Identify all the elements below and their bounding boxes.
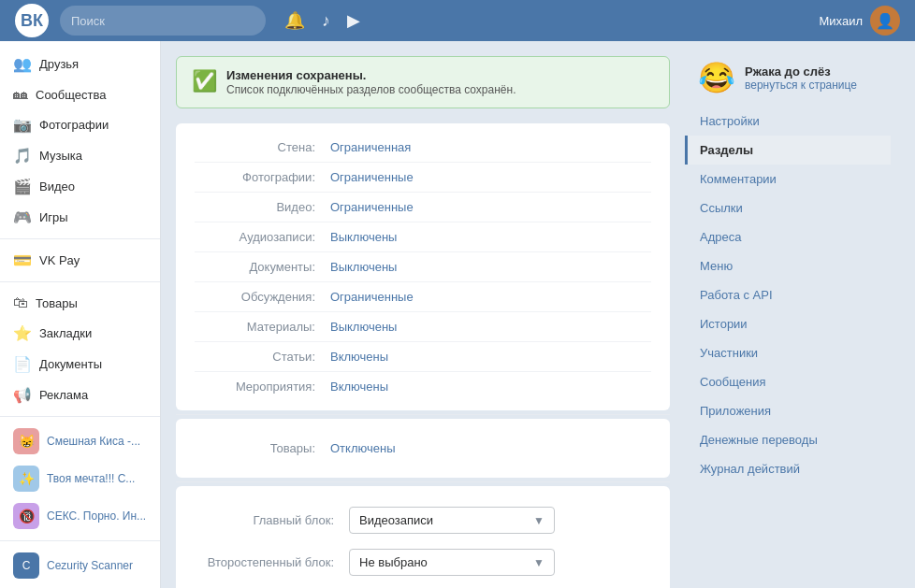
sidebar-label-documents: Документы: [39, 357, 102, 371]
right-nav-address[interactable]: Адреса: [685, 222, 891, 251]
setting-row-audio: Аудиозаписи: Выключены: [195, 222, 651, 252]
setting-value-articles[interactable]: Включены: [330, 350, 388, 364]
setting-row-materials: Материалы: Выключены: [195, 312, 651, 342]
sidebar-item-games[interactable]: 🎮 Игры: [0, 202, 160, 233]
communities-icon: 🏘: [13, 86, 28, 103]
username: Михаил: [819, 14, 863, 28]
sidebar-label-tvoya: Твоя мечта!!! С...: [47, 472, 135, 485]
dropdowns-section: Главный блок: Видеозаписи ▼ Второстепенн…: [176, 486, 670, 588]
sidebar-item-smeshnaya[interactable]: 😸 Смешная Киса -...: [0, 423, 160, 460]
setting-label-materials: Материалы:: [195, 320, 330, 334]
right-nav-api[interactable]: Работа с API: [685, 280, 891, 309]
sidebar-label-seks: СЕКС. Порно. Ин...: [47, 509, 146, 523]
search-bar[interactable]: [60, 6, 266, 36]
photos-icon: 📷: [13, 116, 32, 134]
setting-value-photos[interactable]: Ограниченные: [330, 170, 414, 184]
right-nav-sections[interactable]: Разделы: [685, 136, 891, 165]
setting-row-docs: Документы: Выключены: [195, 252, 651, 282]
success-subtitle: Список подключённых разделов сообщества …: [226, 83, 516, 96]
avatar: 👤: [870, 6, 900, 36]
main-block-select[interactable]: Видеозаписи ▼: [349, 507, 555, 534]
settings-table: Стена: Ограниченная Фотографии: Ограниче…: [176, 123, 670, 410]
divider-1: [176, 414, 670, 415]
dropdown-row-secondary: Второстепенный блок: Не выбрано ▼: [195, 541, 651, 583]
vk-logo[interactable]: ВК: [15, 4, 49, 37]
left-sidebar: 👥 Друзья 🏘 Сообщества 📷 Фотографии 🎵 Муз…: [0, 41, 161, 588]
setting-value-audio[interactable]: Выключены: [330, 230, 397, 244]
setting-value-wall[interactable]: Ограниченная: [330, 140, 411, 154]
right-nav-transfers[interactable]: Денежные переводы: [685, 425, 891, 454]
cezurity-icon: C: [13, 552, 39, 579]
video-icon[interactable]: ▶: [347, 10, 360, 31]
sidebar-sep-4: [0, 540, 160, 541]
success-icon: ✅: [192, 69, 217, 93]
main-block-value: Видеозаписи: [359, 513, 433, 527]
setting-row-articles: Статьи: Включены: [195, 342, 651, 372]
sidebar-item-video[interactable]: 🎬 Видео: [0, 171, 160, 202]
right-nav-journal[interactable]: Журнал действий: [685, 454, 891, 483]
search-input[interactable]: [71, 14, 230, 28]
sidebar-item-cezurity[interactable]: C Cezurity Scanner: [0, 547, 160, 584]
sidebar-item-photos[interactable]: 📷 Фотографии: [0, 109, 160, 140]
sidebar-item-ads[interactable]: 📢 Реклама: [0, 380, 160, 410]
sidebar-sep-1: [0, 238, 160, 239]
sidebar-item-vkpay[interactable]: 💳 VK Pay: [0, 245, 160, 276]
secondary-block-value: Не выбрано: [359, 555, 428, 569]
community-name: Ржака до слёз: [745, 65, 857, 79]
right-nav-apps[interactable]: Приложения: [685, 396, 891, 425]
sidebar-item-testgame[interactable]: T Test game: [0, 584, 160, 588]
community-back-link[interactable]: вернуться к странице: [745, 79, 857, 92]
sidebar-item-communities[interactable]: 🏘 Сообщества: [0, 79, 160, 109]
sidebar-label-friends: Друзья: [39, 57, 79, 71]
sidebar-item-seks[interactable]: 🔞 СЕКС. Порно. Ин...: [0, 497, 160, 535]
dropdown-row-main: Главный блок: Видеозаписи ▼: [195, 499, 651, 541]
setting-label-photos: Фотографии:: [195, 170, 330, 184]
vkpay-icon: 💳: [13, 251, 32, 269]
right-nav-participants[interactable]: Участники: [685, 338, 891, 367]
goods-value[interactable]: Отключены: [330, 441, 395, 455]
sidebar-item-friends[interactable]: 👥 Друзья: [0, 49, 160, 79]
success-text: Изменения сохранены. Список подключённых…: [226, 68, 516, 96]
seks-icon: 🔞: [13, 503, 39, 529]
tvoya-icon: ✨: [13, 466, 39, 492]
success-title: Изменения сохранены.: [226, 68, 516, 82]
sidebar-item-goods[interactable]: 🛍 Товары: [0, 288, 160, 318]
right-nav-links[interactable]: Ссылки: [685, 194, 891, 222]
sidebar-label-vkpay: VK Pay: [39, 253, 80, 267]
sidebar-label-cezurity: Cezurity Scanner: [47, 559, 133, 572]
setting-value-video[interactable]: Ограниченные: [330, 200, 414, 214]
sidebar-item-music[interactable]: 🎵 Музыка: [0, 140, 160, 171]
setting-value-events[interactable]: Включены: [330, 380, 388, 394]
goods-section: Товары: Отключены: [176, 419, 670, 478]
right-nav-stories[interactable]: Истории: [685, 309, 891, 338]
setting-value-discussions[interactable]: Ограниченные: [330, 290, 414, 304]
right-nav-menu[interactable]: Меню: [685, 251, 891, 280]
setting-label-discussions: Обсуждения:: [195, 290, 330, 304]
right-nav-comments[interactable]: Комментарии: [685, 165, 891, 194]
sidebar-item-bookmarks[interactable]: ⭐ Закладки: [0, 318, 160, 349]
main-block-label: Главный блок:: [195, 513, 349, 527]
success-banner: ✅ Изменения сохранены. Список подключённ…: [176, 56, 670, 108]
goods-icon: 🛍: [13, 294, 28, 311]
setting-value-materials[interactable]: Выключены: [330, 320, 397, 334]
secondary-block-label: Второстепенный блок:: [195, 555, 349, 569]
secondary-block-select[interactable]: Не выбрано ▼: [349, 549, 555, 576]
sidebar-label-communities: Сообщества: [36, 88, 107, 102]
friends-icon: 👥: [13, 55, 32, 73]
divider-2: [176, 481, 670, 482]
nav-icons: 🔔 ♪ ▶: [284, 10, 360, 31]
setting-value-docs[interactable]: Выключены: [330, 260, 397, 274]
goods-label: Товары:: [195, 441, 330, 455]
sidebar-label-goods: Товары: [36, 296, 78, 310]
sidebar-item-tvoya[interactable]: ✨ Твоя мечта!!! С...: [0, 460, 160, 497]
nav-user[interactable]: Михаил 👤: [819, 6, 900, 36]
music-icon: 🎵: [13, 147, 32, 165]
sidebar-item-documents[interactable]: 📄 Документы: [0, 349, 160, 380]
right-nav-settings[interactable]: Настройки: [685, 107, 891, 136]
games-icon: 🎮: [13, 208, 32, 226]
music-icon[interactable]: ♪: [322, 11, 330, 31]
bookmarks-icon: ⭐: [13, 324, 32, 342]
notification-icon[interactable]: 🔔: [284, 10, 305, 31]
right-nav-messages[interactable]: Сообщения: [685, 367, 891, 396]
community-header: 😂 Ржака до слёз вернуться к странице: [685, 52, 891, 107]
